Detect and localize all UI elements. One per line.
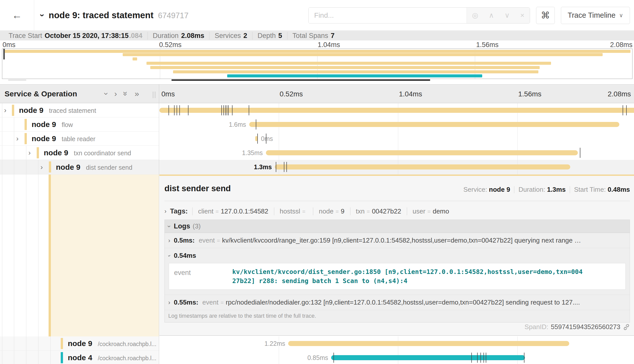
minimap-span-bar	[227, 74, 482, 77]
clear-search-icon[interactable]: ×	[520, 11, 524, 19]
minimap-canvas[interactable]	[2, 49, 632, 79]
tags-row[interactable]: › Tags: client=127.0.0.1:54582 hostssl= …	[164, 205, 630, 217]
log-event-tick	[168, 105, 169, 115]
span-timeline-cell[interactable]: 0.85ms	[159, 351, 634, 364]
span-timeline-cell[interactable]: 0ms	[159, 132, 634, 146]
timeline-tick-labels: 0ms 0.52ms 1.04ms 1.56ms 2.08ms	[159, 84, 634, 103]
expand-tags-icon[interactable]: ›	[164, 208, 166, 215]
expand-one-icon[interactable]: ›	[114, 89, 117, 98]
detail-service-value: node 9	[489, 186, 510, 193]
minimap-viewport-indicator[interactable]	[172, 79, 430, 81]
logs-header[interactable]: › Logs (3)	[165, 220, 630, 233]
span-row-table-reader[interactable]: › node 9table reader 0ms	[0, 132, 634, 146]
log-field-value: kv/kvclient/kvcoord/dist_sender.go:1850 …	[232, 267, 585, 285]
span-row-dist-sender-send[interactable]: › node 9dist sender send 1.3ms	[0, 160, 634, 175]
prev-result-icon[interactable]: ∧	[489, 11, 494, 19]
service-name: node 9	[19, 106, 44, 114]
collapse-log-icon[interactable]: ›	[168, 255, 173, 257]
logs-section: › Logs (3) › 0.5ms: event = kv/kvclient/…	[164, 220, 630, 323]
operation-name: traced statement	[49, 107, 96, 114]
collapse-chevron-icon[interactable]: ›	[28, 149, 31, 157]
top-bar: ← › node 9: traced statement 6749717 ◎ ∧…	[0, 0, 634, 31]
service-color-chip	[49, 161, 51, 173]
log-entry-2-expanded[interactable]: › 0.54ms event kv/kvclient/kvcoord/dist_…	[165, 248, 630, 295]
log-timestamp: 0.5ms:	[174, 237, 195, 244]
span-row-flow[interactable]: node 9flow 1.6ms	[0, 117, 634, 132]
log-event-tick	[286, 162, 287, 172]
span-bar[interactable]	[266, 150, 578, 155]
span-timeline-cell[interactable]: 1.3ms	[159, 160, 634, 175]
collapse-all-icon[interactable]: »	[121, 92, 131, 96]
log-event-tick	[174, 105, 175, 115]
span-duration-label: 1.3ms	[254, 163, 275, 171]
log-event-tick	[486, 353, 486, 363]
tag-node: node=9	[313, 207, 350, 215]
log-event-tick	[249, 105, 249, 115]
expand-log-icon[interactable]: ›	[168, 299, 170, 306]
log-value: kv/kvclient/kvcoord/range_iter.go:159 [n…	[222, 237, 626, 244]
expand-log-icon[interactable]: ›	[168, 237, 170, 244]
span-duration-label: 0.85ms	[307, 354, 331, 361]
span-name-cell[interactable]: node 9/cockroach.roachpb.l...	[0, 336, 159, 351]
span-row-txn-coordinator-send[interactable]: › node 9txn coordinator send 1.35ms	[0, 146, 634, 160]
service-name: node 9	[68, 339, 92, 348]
operation-name: /cockroach.roachpb.l...	[98, 341, 156, 347]
span-id-value: 5597415943526560273	[551, 323, 620, 331]
collapse-trace-icon[interactable]: ›	[38, 14, 48, 16]
span-bar[interactable]	[275, 164, 570, 169]
minimap-scrollbar[interactable]	[2, 79, 632, 81]
log-entry-3[interactable]: › 0.55ms: event = rpc/nodedialer/nodedia…	[165, 295, 630, 310]
span-timeline-cell[interactable]: 1.6ms	[159, 117, 634, 132]
span-name-cell[interactable]: node 4/cockroach.roachpb.l...	[0, 351, 159, 364]
log-event-tick	[228, 105, 229, 115]
keyboard-shortcuts-button[interactable]: ⌘	[536, 7, 555, 24]
span-name-cell[interactable]: › node 9traced statement	[0, 103, 159, 117]
log-event-tick	[284, 162, 284, 172]
operation-name: table reader	[62, 135, 95, 142]
span-timeline-cell[interactable]	[159, 103, 634, 117]
trace-minimap[interactable]: 0ms 0.52ms 1.04ms 1.56ms 2.08ms	[0, 40, 634, 84]
back-button[interactable]: ←	[0, 0, 34, 31]
span-duration-label: 1.6ms	[229, 121, 249, 128]
locate-icon[interactable]: ◎	[472, 11, 478, 19]
span-duration-label: 1.22ms	[264, 340, 288, 347]
service-name: node 4	[68, 353, 92, 362]
service-operation-label: Service & Operation	[5, 90, 77, 98]
log-event-tick	[623, 105, 623, 115]
span-name-cell[interactable]: › node 9dist sender send	[0, 160, 159, 175]
next-result-icon[interactable]: ∨	[504, 11, 510, 19]
detail-left-gutter	[0, 175, 159, 336]
span-name-cell[interactable]: › node 9txn coordinator send	[0, 146, 159, 160]
span-name-cell[interactable]: › node 9table reader	[0, 132, 159, 146]
view-selector-button[interactable]: Trace Timeline ∨	[561, 7, 630, 24]
span-bar[interactable]	[249, 122, 620, 127]
log-event-tick	[580, 148, 580, 158]
service-color-chip	[61, 338, 63, 349]
span-row-node9-rpc[interactable]: node 9/cockroach.roachpb.l... 1.22ms	[0, 336, 634, 351]
log-event-tick	[256, 119, 256, 130]
selected-span-guide-strip	[49, 175, 51, 336]
column-resizer-grip[interactable]	[153, 92, 155, 98]
collapse-chevron-icon[interactable]: ›	[40, 163, 43, 171]
span-name-cell[interactable]: node 9flow	[0, 117, 159, 132]
span-bar[interactable]	[331, 355, 525, 360]
back-arrow-icon: ←	[12, 10, 22, 21]
collapse-chevron-icon[interactable]: ›	[16, 135, 18, 143]
span-timeline-cell[interactable]: 1.22ms	[159, 336, 634, 351]
log-event-tick	[333, 353, 334, 363]
collapse-chevron-icon[interactable]: ›	[4, 106, 6, 114]
minimap-drag-handle[interactable]	[3, 49, 5, 59]
log-value: rpc/nodedialer/nodedialer.go:132 [n9,cli…	[226, 298, 626, 306]
span-bar[interactable]	[288, 341, 569, 346]
expand-all-icon[interactable]: »	[135, 89, 139, 98]
log-entry-1[interactable]: › 0.5ms: event = kv/kvclient/kvcoord/ran…	[165, 233, 630, 248]
log-event-tick	[480, 353, 481, 363]
span-timeline-cell[interactable]: 1.35ms	[159, 146, 634, 160]
copy-link-icon[interactable]	[623, 324, 630, 331]
span-row-traced-statement[interactable]: › node 9traced statement	[0, 103, 634, 117]
tag-user: user=demo	[407, 207, 455, 215]
find-input[interactable]	[309, 8, 467, 23]
collapse-one-icon[interactable]: ›	[102, 92, 111, 95]
span-row-node4-rpc[interactable]: node 4/cockroach.roachpb.l... 0.85ms	[0, 351, 634, 364]
span-bar[interactable]	[159, 108, 634, 113]
